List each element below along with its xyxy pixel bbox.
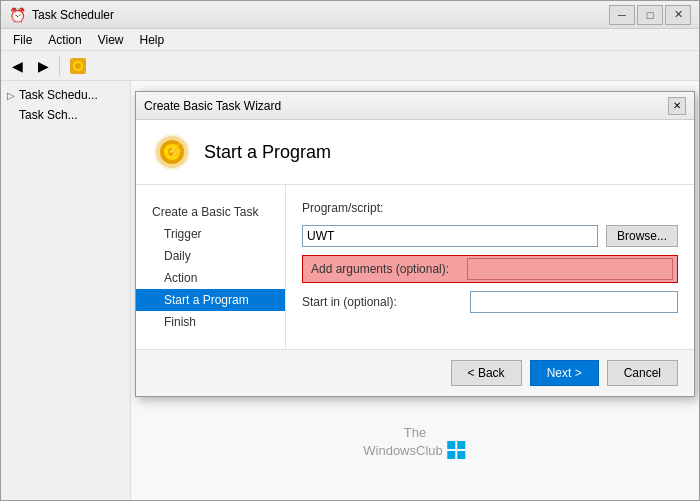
forward-button[interactable]: ▶ (31, 54, 55, 78)
menu-action[interactable]: Action (40, 31, 89, 49)
menu-help[interactable]: Help (132, 31, 173, 49)
dialog-header-icon: ⚡ (152, 132, 192, 172)
wizard-step-start-program[interactable]: Start a Program (136, 289, 285, 311)
arguments-input[interactable] (467, 258, 673, 280)
dialog-title: Create Basic Task Wizard (144, 99, 281, 113)
wizard-step-action[interactable]: Action (136, 267, 285, 289)
start-program-icon: ⚡ (152, 132, 192, 172)
close-button[interactable]: ✕ (665, 5, 691, 25)
main-window: ⏰ Task Scheduler ─ □ ✕ File Action View … (0, 0, 700, 501)
sidebar: ▷ Task Schedu... Task Sch... (1, 81, 131, 500)
minimize-button[interactable]: ─ (609, 5, 635, 25)
sidebar-item-taskschedlibrary[interactable]: Task Sch... (1, 105, 130, 125)
toolbar: ◀ ▶ (1, 51, 699, 81)
svg-text:⚡: ⚡ (165, 142, 185, 161)
app-icon: ⏰ (9, 7, 26, 23)
toolbar-separator (59, 56, 60, 76)
arguments-row: Add arguments (optional): (302, 255, 678, 283)
wizard-steps: Create a Basic Task Trigger Daily Action… (136, 185, 286, 349)
wizard-step-daily[interactable]: Daily (136, 245, 285, 267)
content-area: ▷ Task Schedu... Task Sch... The Windows… (1, 81, 699, 500)
sidebar-item-taskscheduler[interactable]: ▷ Task Schedu... (1, 85, 130, 105)
wizard-step-trigger[interactable]: Trigger (136, 223, 285, 245)
toolbar-icon-button[interactable] (64, 52, 92, 80)
program-script-input-row: Browse... (302, 225, 678, 247)
program-script-input[interactable] (302, 225, 598, 247)
start-in-input[interactable] (470, 291, 678, 313)
toolbar-icon (68, 56, 88, 76)
svg-point-2 (75, 63, 81, 69)
browse-button[interactable]: Browse... (606, 225, 678, 247)
program-script-label: Program/script: (302, 201, 462, 215)
dialog-footer: < Back Next > Cancel (136, 349, 694, 396)
arguments-label: Add arguments (optional): (307, 260, 467, 278)
back-button[interactable]: ◀ (5, 54, 29, 78)
back-button[interactable]: < Back (451, 360, 522, 386)
dialog-header-title: Start a Program (204, 142, 331, 163)
menu-bar: File Action View Help (1, 29, 699, 51)
start-in-label: Start in (optional): (302, 295, 462, 309)
main-content: The WindowsClub Create Basic Task (131, 81, 699, 500)
dialog-body: Create a Basic Task Trigger Daily Action… (136, 185, 694, 349)
cancel-button[interactable]: Cancel (607, 360, 678, 386)
menu-view[interactable]: View (90, 31, 132, 49)
program-script-row: Program/script: (302, 201, 678, 215)
maximize-button[interactable]: □ (637, 5, 663, 25)
wizard-step-create-basic-task[interactable]: Create a Basic Task (136, 201, 285, 223)
wizard-content: Program/script: Browse... Add arguments … (286, 185, 694, 349)
dialog-close-button[interactable]: ✕ (668, 97, 686, 115)
dialog: Create Basic Task Wizard ✕ (135, 91, 695, 397)
sidebar-label-1: Task Schedu... (19, 88, 98, 102)
title-bar-left: ⏰ Task Scheduler (9, 7, 114, 23)
dialog-header: ⚡ Start a Program (136, 120, 694, 185)
next-button[interactable]: Next > (530, 360, 599, 386)
sidebar-arrow-1: ▷ (7, 90, 15, 101)
menu-file[interactable]: File (5, 31, 40, 49)
dialog-overlay: Create Basic Task Wizard ✕ (131, 81, 699, 500)
title-bar: ⏰ Task Scheduler ─ □ ✕ (1, 1, 699, 29)
wizard-step-finish[interactable]: Finish (136, 311, 285, 333)
start-in-row: Start in (optional): (302, 291, 678, 313)
title-bar-controls: ─ □ ✕ (609, 5, 691, 25)
window-title: Task Scheduler (32, 8, 114, 22)
dialog-title-bar: Create Basic Task Wizard ✕ (136, 92, 694, 120)
sidebar-label-2: Task Sch... (19, 108, 78, 122)
